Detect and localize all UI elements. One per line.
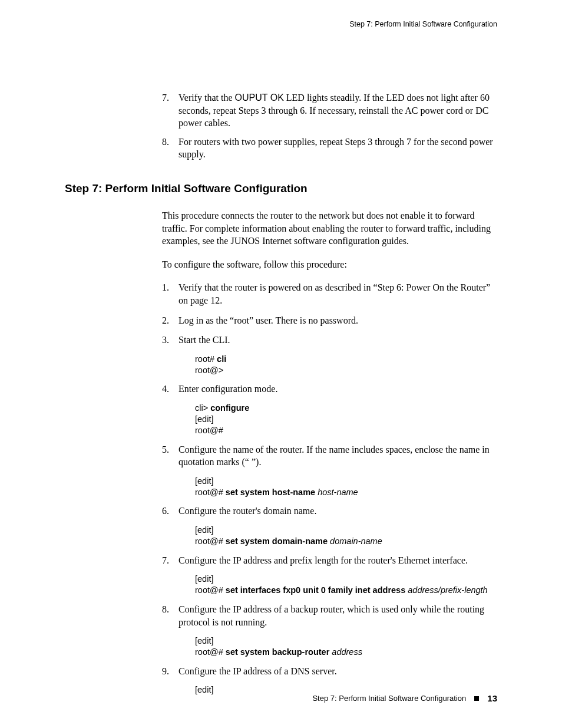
- list-text: Configure the IP address and prefix leng…: [178, 554, 497, 567]
- prompt: cli>: [195, 403, 210, 413]
- argument: domain-name: [330, 536, 382, 546]
- list-item: 9. Configure the IP address of a DNS ser…: [162, 665, 497, 696]
- list-number: 5.: [162, 443, 178, 469]
- code-line: [edit]: [195, 635, 497, 647]
- procedure-list: 1. Verify that the router is powered on …: [162, 281, 497, 696]
- code-block: cli> configure [edit] root@#: [195, 403, 497, 436]
- command: set interfaces fxp0 unit 0 family inet a…: [226, 585, 408, 595]
- code-line: root@# set system host-name host-name: [195, 487, 497, 498]
- code-block: [edit] root@# set system backup-router a…: [195, 635, 497, 658]
- prompt: root#: [195, 354, 217, 364]
- code-line: root@# set interfaces fxp0 unit 0 family…: [195, 585, 497, 596]
- lead-in-paragraph: To configure the software, follow this p…: [162, 258, 497, 271]
- list-item: 7. Configure the IP address and prefix l…: [162, 554, 497, 596]
- list-item: 8. For routers with two power supplies, …: [162, 136, 497, 161]
- list-text: Verify that the OUPUT OK LED lights stea…: [178, 91, 497, 130]
- list-item: 1. Verify that the router is powered on …: [162, 281, 497, 307]
- list-text: Log in as the “root” user. There is no p…: [178, 314, 497, 327]
- command: set system domain-name: [226, 536, 330, 546]
- code-line: root@# set system backup-router address: [195, 647, 497, 658]
- footer-title: Step 7: Perform Initial Software Configu…: [312, 694, 466, 703]
- prompt: root@#: [195, 647, 226, 657]
- running-head: Step 7: Perform Initial Software Configu…: [349, 20, 497, 28]
- text-run: Verify that the: [178, 93, 235, 103]
- square-icon: [474, 696, 479, 701]
- list-text: Configure the IP address of a DNS server…: [178, 665, 497, 678]
- list-text: Enter configuration mode.: [178, 383, 497, 396]
- prior-step-list: 7. Verify that the OUPUT OK LED lights s…: [162, 91, 497, 161]
- command: set system backup-router: [226, 647, 332, 657]
- code-line: [edit]: [195, 476, 497, 487]
- list-number: 6.: [162, 505, 178, 518]
- list-text: Start the CLI.: [178, 334, 497, 347]
- list-number: 7.: [162, 554, 178, 567]
- code-line: root@>: [195, 365, 497, 376]
- code-line: [edit]: [195, 574, 497, 585]
- argument: address/prefix-length: [408, 585, 487, 595]
- code-block: root# cli root@>: [195, 354, 497, 376]
- argument: host-name: [318, 487, 358, 497]
- code-block: [edit] root@# set system host-name host-…: [195, 476, 497, 498]
- prompt: root@#: [195, 585, 226, 595]
- code-line: cli> configure: [195, 403, 497, 414]
- list-item: 4. Enter configuration mode. cli> config…: [162, 383, 497, 436]
- list-number: 8.: [162, 603, 178, 628]
- list-number: 3.: [162, 334, 178, 347]
- list-text: Verify that the router is powered on as …: [178, 281, 497, 307]
- command: configure: [210, 403, 249, 413]
- code-line: [edit]: [195, 525, 497, 536]
- argument: address: [332, 647, 362, 657]
- code-line: root@#: [195, 425, 497, 436]
- command: cli: [217, 354, 226, 364]
- page: Step 7: Perform Initial Software Configu…: [0, 0, 562, 728]
- list-number: 2.: [162, 314, 178, 327]
- list-number: 7.: [162, 91, 178, 130]
- list-item: 7. Verify that the OUPUT OK LED lights s…: [162, 91, 497, 130]
- list-text: Configure the router's domain name.: [178, 505, 497, 518]
- code-line: root# cli: [195, 354, 497, 365]
- list-item: 6. Configure the router's domain name. […: [162, 505, 497, 546]
- list-text: For routers with two power supplies, rep…: [178, 136, 497, 161]
- list-item: 8. Configure the IP address of a backup …: [162, 603, 497, 658]
- code-block: [edit] root@# set system domain-name dom…: [195, 525, 497, 547]
- list-text: Configure the IP address of a backup rou…: [178, 603, 497, 628]
- list-item: 3. Start the CLI. root# cli root@>: [162, 334, 497, 375]
- code-line: root@# set system domain-name domain-nam…: [195, 536, 497, 547]
- section-heading: Step 7: Perform Initial Software Configu…: [65, 182, 497, 195]
- list-number: 9.: [162, 665, 178, 678]
- code-block: [edit] root@# set interfaces fxp0 unit 0…: [195, 574, 497, 596]
- prompt: root@#: [195, 536, 226, 546]
- list-text: Configure the name of the router. If the…: [178, 443, 497, 469]
- intro-paragraph: This procedure connects the router to th…: [162, 209, 497, 248]
- list-item: 5. Configure the name of the router. If …: [162, 443, 497, 498]
- code-line: [edit]: [195, 414, 497, 425]
- ouput-ok-label: OUPUT OK: [235, 93, 284, 103]
- page-footer: Step 7: Perform Initial Software Configu…: [312, 693, 497, 703]
- list-number: 8.: [162, 136, 178, 161]
- command: set system host-name: [226, 487, 318, 497]
- list-number: 4.: [162, 383, 178, 396]
- page-number: 13: [487, 693, 497, 703]
- list-number: 1.: [162, 281, 178, 307]
- prompt: root@#: [195, 487, 226, 497]
- list-item: 2. Log in as the “root” user. There is n…: [162, 314, 497, 327]
- content-area: 7. Verify that the OUPUT OK LED lights s…: [65, 91, 497, 703]
